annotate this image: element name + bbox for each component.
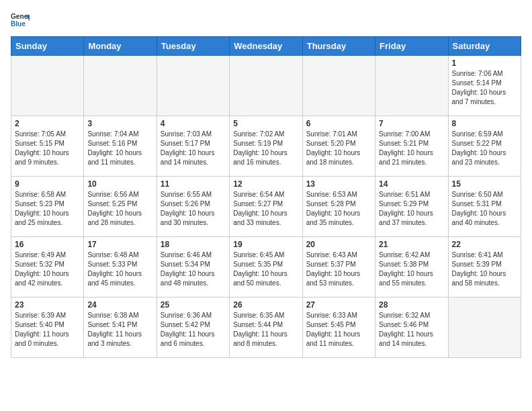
day-info: Sunrise: 6:50 AMSunset: 5:31 PMDaylight:… [452, 190, 517, 228]
day-number: 2 [15, 119, 80, 128]
day-cell: 24Sunrise: 6:38 AMSunset: 5:41 PMDayligh… [84, 298, 157, 358]
day-info: Sunrise: 7:02 AMSunset: 5:19 PMDaylight:… [233, 130, 298, 167]
day-cell [375, 56, 448, 116]
header: General Blue [11, 11, 521, 30]
week-row-3: 9Sunrise: 6:58 AMSunset: 5:23 PMDaylight… [11, 177, 521, 237]
day-number: 28 [379, 300, 444, 310]
day-number: 22 [452, 240, 517, 249]
week-row-5: 23Sunrise: 6:39 AMSunset: 5:40 PMDayligh… [11, 298, 521, 358]
week-row-2: 2Sunrise: 7:05 AMSunset: 5:15 PMDaylight… [11, 116, 521, 177]
day-info: Sunrise: 6:49 AMSunset: 5:32 PMDaylight:… [15, 250, 80, 288]
day-info: Sunrise: 6:43 AMSunset: 5:37 PMDaylight:… [306, 250, 371, 288]
day-cell: 16Sunrise: 6:49 AMSunset: 5:32 PMDayligh… [11, 237, 84, 298]
day-cell: 17Sunrise: 6:48 AMSunset: 5:33 PMDayligh… [84, 237, 157, 298]
day-cell: 13Sunrise: 6:53 AMSunset: 5:28 PMDayligh… [302, 177, 375, 237]
day-info: Sunrise: 6:59 AMSunset: 5:22 PMDaylight:… [452, 130, 517, 167]
day-number: 5 [233, 119, 298, 128]
day-cell: 23Sunrise: 6:39 AMSunset: 5:40 PMDayligh… [11, 298, 84, 358]
day-number: 4 [161, 119, 226, 128]
day-cell [157, 56, 229, 116]
day-cell: 5Sunrise: 7:02 AMSunset: 5:19 PMDaylight… [230, 116, 302, 177]
day-cell: 25Sunrise: 6:36 AMSunset: 5:42 PMDayligh… [157, 298, 229, 358]
day-cell: 18Sunrise: 6:46 AMSunset: 5:34 PMDayligh… [157, 237, 229, 298]
day-info: Sunrise: 6:46 AMSunset: 5:34 PMDaylight:… [161, 250, 226, 288]
logo: General Blue [11, 11, 30, 30]
day-number: 7 [379, 119, 444, 128]
day-info: Sunrise: 6:53 AMSunset: 5:28 PMDaylight:… [306, 190, 371, 228]
calendar-table: SundayMondayTuesdayWednesdayThursdayFrid… [11, 36, 521, 358]
day-number: 8 [452, 119, 517, 128]
day-info: Sunrise: 7:06 AMSunset: 5:14 PMDaylight:… [452, 69, 517, 107]
week-row-4: 16Sunrise: 6:49 AMSunset: 5:32 PMDayligh… [11, 237, 521, 298]
day-info: Sunrise: 6:55 AMSunset: 5:26 PMDaylight:… [161, 190, 226, 228]
day-info: Sunrise: 6:45 AMSunset: 5:35 PMDaylight:… [233, 250, 298, 288]
day-cell: 20Sunrise: 6:43 AMSunset: 5:37 PMDayligh… [302, 237, 375, 298]
day-info: Sunrise: 7:00 AMSunset: 5:21 PMDaylight:… [379, 130, 444, 167]
day-number: 23 [15, 300, 80, 310]
day-header-saturday: Saturday [448, 37, 521, 56]
day-cell: 27Sunrise: 6:33 AMSunset: 5:45 PMDayligh… [302, 298, 375, 358]
day-number: 9 [15, 179, 80, 189]
day-info: Sunrise: 7:01 AMSunset: 5:20 PMDaylight:… [306, 130, 371, 167]
day-cell [230, 56, 302, 116]
day-info: Sunrise: 6:36 AMSunset: 5:42 PMDaylight:… [161, 311, 226, 349]
day-cell [302, 56, 375, 116]
week-row-1: 1Sunrise: 7:06 AMSunset: 5:14 PMDaylight… [11, 56, 521, 116]
day-info: Sunrise: 7:04 AMSunset: 5:16 PMDaylight:… [87, 130, 152, 167]
day-number: 17 [87, 240, 152, 249]
day-number: 14 [379, 179, 444, 189]
day-cell: 4Sunrise: 7:03 AMSunset: 5:17 PMDaylight… [157, 116, 229, 177]
day-header-wednesday: Wednesday [230, 37, 302, 56]
day-number: 12 [233, 179, 298, 189]
day-number: 18 [161, 240, 226, 249]
day-cell: 3Sunrise: 7:04 AMSunset: 5:16 PMDaylight… [84, 116, 157, 177]
day-number: 15 [452, 179, 517, 189]
day-info: Sunrise: 6:38 AMSunset: 5:41 PMDaylight:… [87, 311, 152, 349]
day-cell: 19Sunrise: 6:45 AMSunset: 5:35 PMDayligh… [230, 237, 302, 298]
day-header-monday: Monday [84, 37, 157, 56]
day-cell: 26Sunrise: 6:35 AMSunset: 5:44 PMDayligh… [230, 298, 302, 358]
day-header-friday: Friday [375, 37, 448, 56]
day-number: 20 [306, 240, 371, 249]
day-cell: 10Sunrise: 6:56 AMSunset: 5:25 PMDayligh… [84, 177, 157, 237]
day-cell: 22Sunrise: 6:41 AMSunset: 5:39 PMDayligh… [448, 237, 521, 298]
day-number: 26 [233, 300, 298, 310]
day-number: 25 [161, 300, 226, 310]
day-header-sunday: Sunday [11, 37, 84, 56]
day-info: Sunrise: 6:56 AMSunset: 5:25 PMDaylight:… [87, 190, 152, 228]
days-header-row: SundayMondayTuesdayWednesdayThursdayFrid… [11, 37, 521, 56]
day-info: Sunrise: 6:42 AMSunset: 5:38 PMDaylight:… [379, 250, 444, 288]
day-cell: 6Sunrise: 7:01 AMSunset: 5:20 PMDaylight… [302, 116, 375, 177]
day-number: 13 [306, 179, 371, 189]
day-number: 11 [161, 179, 226, 189]
day-info: Sunrise: 6:35 AMSunset: 5:44 PMDaylight:… [233, 311, 298, 349]
day-header-thursday: Thursday [302, 37, 375, 56]
day-cell: 1Sunrise: 7:06 AMSunset: 5:14 PMDaylight… [448, 56, 521, 116]
day-cell: 21Sunrise: 6:42 AMSunset: 5:38 PMDayligh… [375, 237, 448, 298]
day-cell: 9Sunrise: 6:58 AMSunset: 5:23 PMDaylight… [11, 177, 84, 237]
day-number: 6 [306, 119, 371, 128]
day-cell [84, 56, 157, 116]
day-number: 3 [87, 119, 152, 128]
day-cell: 2Sunrise: 7:05 AMSunset: 5:15 PMDaylight… [11, 116, 84, 177]
day-info: Sunrise: 6:39 AMSunset: 5:40 PMDaylight:… [15, 311, 80, 349]
day-info: Sunrise: 6:48 AMSunset: 5:33 PMDaylight:… [87, 250, 152, 288]
day-cell: 8Sunrise: 6:59 AMSunset: 5:22 PMDaylight… [448, 116, 521, 177]
generalblue-logo-icon: General Blue [11, 11, 30, 30]
day-cell: 15Sunrise: 6:50 AMSunset: 5:31 PMDayligh… [448, 177, 521, 237]
day-number: 24 [87, 300, 152, 310]
day-info: Sunrise: 6:58 AMSunset: 5:23 PMDaylight:… [15, 190, 80, 228]
day-number: 19 [233, 240, 298, 249]
day-info: Sunrise: 6:41 AMSunset: 5:39 PMDaylight:… [452, 250, 517, 288]
day-info: Sunrise: 6:33 AMSunset: 5:45 PMDaylight:… [306, 311, 371, 349]
day-info: Sunrise: 7:05 AMSunset: 5:15 PMDaylight:… [15, 130, 80, 167]
day-info: Sunrise: 6:32 AMSunset: 5:46 PMDaylight:… [379, 311, 444, 349]
svg-text:Blue: Blue [11, 20, 26, 28]
day-cell: 11Sunrise: 6:55 AMSunset: 5:26 PMDayligh… [157, 177, 229, 237]
day-cell [448, 298, 521, 358]
day-info: Sunrise: 6:54 AMSunset: 5:27 PMDaylight:… [233, 190, 298, 228]
day-number: 1 [452, 58, 517, 68]
day-info: Sunrise: 6:51 AMSunset: 5:29 PMDaylight:… [379, 190, 444, 228]
day-header-tuesday: Tuesday [157, 37, 229, 56]
day-cell: 14Sunrise: 6:51 AMSunset: 5:29 PMDayligh… [375, 177, 448, 237]
